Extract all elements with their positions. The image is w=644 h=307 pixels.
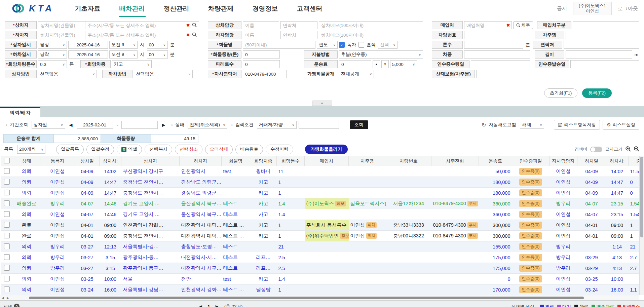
table-row[interactable]: 의뢰방우리03-2712:13서울특별시-강…충청남도-보령…테스트21155,…	[1, 241, 644, 252]
cell-check[interactable]	[1, 209, 13, 220]
zoom-out-icon[interactable]	[634, 146, 639, 153]
col-header-fare[interactable]: 운송료	[479, 156, 512, 166]
cell-check[interactable]	[1, 284, 13, 295]
prev-date-icon[interactable]: ◀	[67, 122, 75, 127]
period-type-select[interactable]: 상차일∨	[32, 121, 65, 129]
table-row[interactable]: 완료이인섭04-0109:00충청남도 천안시…대전광역시 대덕…테스트 …카고…	[1, 231, 644, 241]
zoom-in-icon[interactable]	[625, 146, 631, 153]
horizontal-scrollbar-thumb[interactable]	[29, 297, 584, 299]
table-row[interactable]: 배송완료방우리04-0714:46경기도 고양시 …울산광역시 북구…테스트카고…	[1, 198, 644, 209]
row-checkbox[interactable]	[4, 211, 10, 217]
cell-check[interactable]	[1, 274, 13, 284]
cell-check[interactable]	[1, 241, 13, 252]
nav-vehicle-control[interactable]: 차량관제	[207, 0, 234, 17]
bulk-register-button[interactable]: 일괄등록	[56, 145, 84, 154]
scroll-left-icon[interactable]: ◀	[0, 296, 5, 300]
receipt-file-badge[interactable]: 인수증(0)	[519, 200, 542, 207]
table-row[interactable]: 의뢰방우리03-273:15광주광역시 동구…대전광역시 서구…테스트리프…2.…	[1, 263, 644, 274]
receipt-file-badge[interactable]: 인수증(0)	[519, 222, 542, 229]
row-checkbox[interactable]	[4, 233, 10, 238]
col-header-ud[interactable]: 하차일	[577, 156, 606, 166]
option-select[interactable]: 선택∨	[378, 41, 397, 49]
table-row[interactable]: 의뢰이인섭04-0914:02부산광역시 강서구인천광역시test윙바디1150…	[1, 166, 644, 177]
col-header-st[interactable]: 상태	[13, 156, 40, 166]
push-badge[interactable]: 푸시	[467, 233, 478, 239]
row-checkbox[interactable]	[4, 286, 10, 292]
unload-place-search-icon[interactable]	[192, 32, 197, 38]
unload-datetime-mode-select[interactable]: 당착∨	[38, 50, 67, 59]
unload-contact-name-input[interactable]	[243, 31, 279, 39]
fare-input[interactable]	[339, 60, 371, 68]
load-method-select[interactable]: 선택없음∨	[38, 70, 97, 78]
tonnage-select[interactable]: 0.3∨	[38, 60, 67, 68]
fare-down-icon[interactable]: ▼	[381, 60, 389, 68]
collapse-form-button[interactable]: ∧	[312, 101, 332, 106]
col-header-ph[interactable]: 차주전화	[431, 156, 479, 166]
cancel-selection-button[interactable]: 선택취소	[175, 145, 202, 154]
owner-name-input[interactable]	[566, 31, 639, 39]
load-place-name-input[interactable]	[38, 22, 85, 29]
cargo-weight-input[interactable]	[243, 50, 280, 59]
nav-settlement[interactable]: 정산관리	[163, 0, 190, 17]
search-cond-select[interactable]: 거래처/차량∨	[257, 121, 297, 129]
excel-button[interactable]: X엑셀	[117, 145, 142, 154]
search-keyword-input[interactable]	[299, 121, 339, 129]
unload-contact-phone-input[interactable]	[280, 31, 317, 39]
unload-method-select[interactable]: 선택없음∨	[134, 70, 193, 78]
row-checkbox[interactable]	[4, 168, 10, 174]
location-badge[interactable]: 위치	[366, 222, 377, 228]
cell-check[interactable]	[1, 220, 13, 231]
load-memo-input[interactable]	[319, 21, 423, 29]
table-row[interactable]: 의뢰이인섭03-2510:00서울천안test카고1.40인수증(0)이인섭03…	[1, 274, 644, 284]
page-size-select[interactable]: 200개씩∨	[17, 145, 45, 154]
row-checkbox[interactable]	[4, 222, 10, 228]
row-checkbox[interactable]	[4, 243, 10, 249]
load-hour-select[interactable]: 오전 9∨	[109, 41, 138, 49]
cell-check[interactable]	[1, 166, 13, 177]
auto-refresh-select[interactable]: 해제∨	[520, 121, 544, 129]
load-contact-name-input[interactable]	[243, 21, 279, 29]
col-header-vno[interactable]: 차량번호	[386, 156, 431, 166]
push-badge[interactable]: 푸시	[467, 201, 478, 206]
cell-check[interactable]	[1, 252, 13, 263]
next-date-icon[interactable]: ▶	[160, 122, 167, 127]
col-header-buyer[interactable]: 매입처	[305, 156, 349, 166]
bulk-edit-button[interactable]: 일괄수정	[86, 145, 114, 154]
buyer-input[interactable]	[464, 22, 505, 29]
receipt-file-badge[interactable]: 인수증(0)	[519, 168, 542, 175]
col-header-vtype[interactable]: 희망차종	[250, 156, 277, 166]
tons-input[interactable]	[464, 41, 523, 49]
nav-basic-data[interactable]: 기초자료	[74, 0, 101, 17]
load-contact-phone-input[interactable]	[280, 21, 317, 29]
load-minute-select[interactable]: 00∨	[147, 41, 168, 49]
load-place-addr-input[interactable]	[85, 22, 185, 29]
nav-dispatch[interactable]: 배차관리	[119, 0, 146, 17]
list-settings-button[interactable]: ⚙ 리스트설정	[603, 120, 639, 130]
load-datetime-mode-select[interactable]: 당상∨	[38, 41, 67, 49]
col-header-check[interactable]	[1, 156, 13, 166]
logout-link[interactable]: 로그아웃	[618, 5, 638, 12]
search-button[interactable]: 조회	[350, 120, 368, 129]
receipt-file-badge[interactable]: 인수증(0)	[519, 243, 542, 250]
receipt-file-badge[interactable]: 인수증(0)	[519, 179, 542, 186]
company-contact-input[interactable]	[243, 70, 287, 78]
unload-date-input[interactable]	[68, 50, 108, 59]
unload-place-clear-icon[interactable]: ✖	[185, 32, 191, 38]
col-header-vton[interactable]: 희망톤수	[277, 156, 305, 166]
vehicle-no-input[interactable]	[464, 31, 530, 39]
unload-place-addr-input[interactable]	[85, 31, 185, 39]
col-header-org[interactable]: 상차지	[121, 156, 180, 166]
unload-memo-input[interactable]	[319, 31, 423, 39]
table-row[interactable]: 의뢰이인섭03-2416:00서울특별시 강남…인천광역시 강화…테스트 …냉장…	[1, 284, 644, 295]
receipt-file-badge[interactable]: 인수증(0)	[519, 254, 542, 261]
publish-select[interactable]: 전체공개∨	[339, 70, 374, 78]
copy-selection-button[interactable]: 선택복사	[145, 145, 172, 154]
col-header-ld[interactable]: 상차일	[75, 156, 100, 166]
prev-page-icon[interactable]: ◀	[197, 304, 204, 307]
insurance-input[interactable]	[476, 70, 530, 78]
buyer-clear-icon[interactable]: ✖	[505, 23, 512, 28]
edit-history-button[interactable]: 수정이력	[266, 145, 293, 154]
delete-order-button[interactable]: 오더삭제	[205, 145, 233, 154]
buyer-type-input[interactable]	[573, 21, 639, 29]
date-to-input[interactable]	[121, 121, 158, 129]
